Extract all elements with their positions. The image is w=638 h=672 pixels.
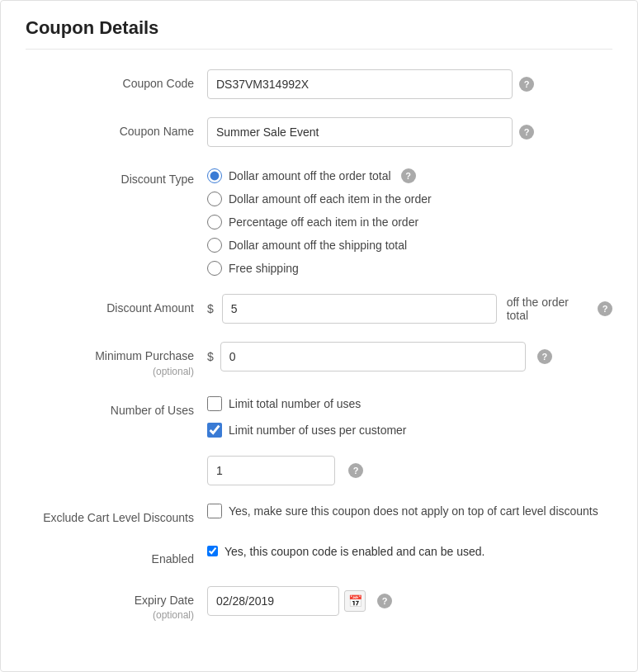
coupon-code-row: Coupon Code ? [26, 69, 612, 99]
coupon-details-page: Coupon Details Coupon Code ? Coupon Name… [0, 0, 638, 672]
discount-option-1[interactable]: Dollar amount off the order total ? [207, 168, 432, 183]
discount-amount-help-icon[interactable]: ? [598, 301, 612, 316]
minimum-purchase-row: Minimum Purchase (optional) $ ? [26, 342, 612, 378]
minimum-purchase-control: $ ? [207, 342, 612, 371]
coupon-name-input-wrapper: ? [207, 117, 612, 147]
enabled-row: Enabled Yes, this coupon code is enabled… [26, 545, 612, 568]
minimum-purchase-help-icon[interactable]: ? [537, 349, 552, 364]
limit-per-customer-item[interactable]: Limit number of uses per customer [207, 423, 407, 438]
enabled-checkbox[interactable] [207, 546, 218, 556]
limit-per-customer-label: Limit number of uses per customer [229, 424, 407, 437]
discount-type-label: Discount Type [26, 165, 207, 188]
minimum-purchase-input-row: $ ? [207, 342, 552, 371]
discount-amount-row: Discount Amount $ off the order total ? [26, 294, 612, 324]
calendar-icon[interactable]: 📅 [344, 590, 366, 612]
coupon-name-row: Coupon Name ? [26, 117, 612, 147]
discount-amount-control: $ off the order total ? [207, 294, 612, 324]
discount-radio-3[interactable] [207, 215, 222, 230]
coupon-code-input-wrapper: ? [207, 69, 612, 99]
discount-amount-label: Discount Amount [26, 294, 207, 317]
limit-total-checkbox[interactable] [207, 396, 222, 411]
enabled-label: Enabled [26, 545, 207, 568]
coupon-code-control: ? [207, 69, 612, 99]
uses-per-customer-help-icon[interactable]: ? [348, 463, 363, 478]
exclude-cart-label: Exclude Cart Level Discounts [26, 504, 207, 527]
exclude-cart-item[interactable]: Yes, make sure this coupon does not appl… [207, 504, 598, 518]
exclude-cart-text: Yes, make sure this coupon does not appl… [229, 504, 598, 518]
coupon-name-control: ? [207, 117, 612, 147]
discount-type-radio-group: Dollar amount off the order total ? Doll… [207, 165, 432, 276]
discount-radio-4[interactable] [207, 238, 222, 253]
discount-option-3-label: Percentage off each item in the order [229, 215, 418, 229]
enabled-item: Yes, this coupon code is enabled and can… [207, 545, 485, 558]
number-of-uses-label: Number of Uses [26, 396, 207, 419]
discount-option-1-help-icon[interactable]: ? [401, 168, 416, 183]
expiry-date-sublabel: (optional) [26, 608, 194, 622]
discount-type-row: Discount Type Dollar amount off the orde… [26, 165, 612, 276]
discount-radio-2[interactable] [207, 192, 222, 206]
number-of-uses-control: Limit total number of uses Limit number … [207, 396, 612, 485]
discount-option-4-label: Dollar amount off the shipping total [229, 239, 407, 252]
exclude-cart-row: Exclude Cart Level Discounts Yes, make s… [26, 504, 612, 527]
discount-option-5[interactable]: Free shipping [207, 261, 432, 276]
expiry-date-input[interactable] [207, 586, 339, 616]
limit-per-customer-checkbox[interactable] [207, 423, 222, 438]
expiry-date-control: 📅 ? [207, 586, 612, 616]
coupon-code-help-icon[interactable]: ? [519, 77, 534, 92]
enabled-text: Yes, this coupon code is enabled and can… [224, 545, 485, 558]
exclude-cart-checkbox[interactable] [207, 504, 222, 518]
expiry-date-label: Expiry Date (optional) [26, 586, 207, 622]
discount-radio-1[interactable] [207, 168, 222, 183]
coupon-code-label: Coupon Code [26, 69, 207, 92]
discount-amount-input[interactable] [222, 294, 497, 324]
expiry-date-input-row: 📅 ? [207, 586, 392, 616]
minimum-purchase-label: Minimum Purchase (optional) [26, 342, 207, 378]
discount-currency-symbol: $ [207, 302, 214, 315]
limit-per-customer-section: Limit number of uses per customer ? [207, 423, 407, 485]
limit-total-item[interactable]: Limit total number of uses [207, 396, 407, 411]
uses-per-customer-input[interactable] [207, 456, 335, 485]
coupon-code-input[interactable] [207, 69, 513, 99]
discount-radio-5[interactable] [207, 261, 222, 276]
exclude-cart-control: Yes, make sure this coupon does not appl… [207, 504, 612, 518]
discount-option-2[interactable]: Dollar amount off each item in the order [207, 192, 432, 206]
expiry-date-help-icon[interactable]: ? [377, 594, 392, 608]
uses-per-customer-input-row: ? [207, 456, 363, 485]
limit-total-label: Limit total number of uses [229, 397, 361, 410]
number-of-uses-row: Number of Uses Limit total number of use… [26, 396, 612, 485]
minimum-purchase-currency-symbol: $ [207, 350, 214, 363]
discount-option-3[interactable]: Percentage off each item in the order [207, 215, 432, 230]
coupon-name-input[interactable] [207, 117, 513, 147]
discount-suffix-text: off the order total [507, 296, 584, 322]
page-title: Coupon Details [26, 17, 612, 50]
expiry-date-row: Expiry Date (optional) 📅 ? [26, 586, 612, 622]
minimum-purchase-input[interactable] [220, 342, 526, 371]
discount-type-control: Dollar amount off the order total ? Doll… [207, 165, 612, 276]
discount-option-5-label: Free shipping [229, 262, 299, 275]
discount-option-1-label: Dollar amount off the order total [229, 169, 391, 182]
discount-amount-input-row: $ off the order total ? [207, 294, 612, 324]
minimum-purchase-sublabel: (optional) [26, 365, 194, 379]
uses-checkboxes: Limit total number of uses Limit number … [207, 396, 407, 485]
discount-option-4[interactable]: Dollar amount off the shipping total [207, 238, 432, 253]
coupon-name-help-icon[interactable]: ? [519, 125, 534, 140]
coupon-name-label: Coupon Name [26, 117, 207, 140]
enabled-control: Yes, this coupon code is enabled and can… [207, 545, 612, 558]
discount-option-2-label: Dollar amount off each item in the order [229, 192, 432, 206]
